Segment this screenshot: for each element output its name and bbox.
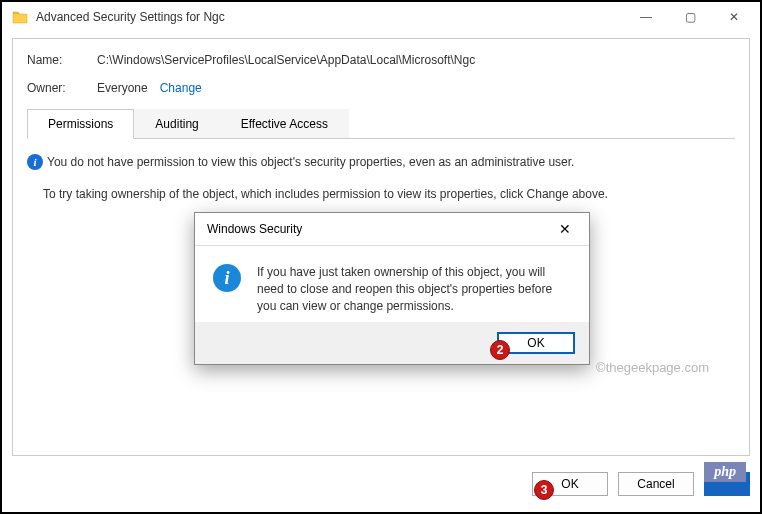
close-icon: ✕ [559,221,571,237]
maximize-icon: ▢ [685,10,696,24]
dialog-titlebar: Windows Security ✕ [195,213,589,245]
minimize-button[interactable]: — [624,3,668,31]
minimize-icon: — [640,10,652,24]
close-button[interactable]: ✕ [712,3,756,31]
owner-value: Everyone [97,81,148,95]
tab-permissions[interactable]: Permissions [27,109,134,139]
dialog-message: If you have just taken ownership of this… [257,264,571,314]
cancel-button[interactable]: Cancel [618,472,694,496]
window-title: Advanced Security Settings for Ngc [36,10,225,24]
tab-effective-access[interactable]: Effective Access [220,109,349,138]
tab-auditing[interactable]: Auditing [134,109,219,138]
php-tag: php [704,462,746,482]
name-row: Name: C:\Windows\ServiceProfiles\LocalSe… [27,53,735,67]
name-value: C:\Windows\ServiceProfiles\LocalService\… [97,53,475,67]
annotation-badge-2: 2 [490,340,510,360]
permission-warning-row: i You do not have permission to view thi… [27,153,735,171]
owner-label: Owner: [27,81,97,95]
titlebar: Advanced Security Settings for Ngc — ▢ ✕ [2,2,760,32]
name-label: Name: [27,53,97,67]
watermark: ©thegeekpage.com [596,360,709,375]
windows-security-dialog: Windows Security ✕ i If you have just ta… [194,212,590,365]
info-icon: i [213,264,241,292]
dialog-title-text: Windows Security [207,222,302,236]
footer: OK Cancel [12,466,750,502]
change-owner-link[interactable]: Change [160,81,202,95]
permission-warning-text: You do not have permission to view this … [47,153,574,171]
dialog-footer: OK [195,322,589,364]
close-icon: ✕ [729,10,739,24]
ownership-hint-text: To try taking ownership of the object, w… [43,185,735,203]
dialog-body: i If you have just taken ownership of th… [195,246,589,322]
info-icon: i [27,154,43,170]
dialog-close-button[interactable]: ✕ [549,221,581,237]
annotation-badge-3: 3 [534,480,554,500]
maximize-button[interactable]: ▢ [668,3,712,31]
owner-row: Owner: Everyone Change [27,81,735,95]
tabs: Permissions Auditing Effective Access [27,109,735,139]
folder-icon [12,10,28,24]
